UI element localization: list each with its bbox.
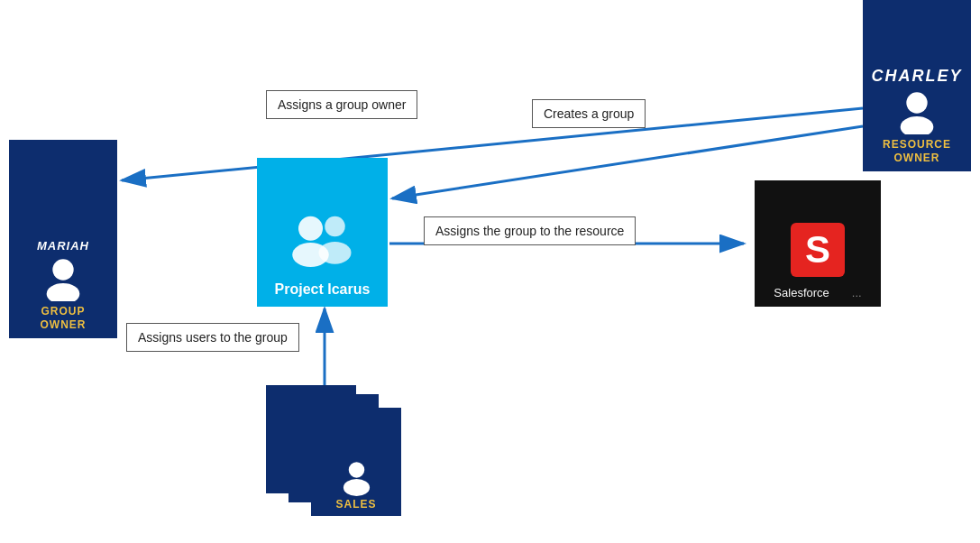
svg-point-11 [47,283,80,301]
svg-point-19 [343,479,369,496]
svg-point-14 [325,216,345,237]
assigns-owner-label: Assigns a group owner [266,90,417,119]
assigns-group-resource-label: Assigns the group to the resource [424,216,636,245]
salesforce-logo: S [791,223,845,277]
svg-point-12 [298,216,323,241]
charley-role: RESOURCE OWNER [883,138,951,164]
mariah-role: GROUP OWNER [41,305,87,331]
sales-person-icon [336,460,377,496]
project-icarus-label: Project Icarus [275,281,371,298]
svg-point-10 [52,260,73,281]
salesforce-card: S Salesforce ... [755,180,881,307]
creates-group-label: Creates a group [532,99,646,128]
mariah-person-icon [41,256,86,301]
project-icarus-card: Project Icarus [257,158,388,307]
svg-line-5 [122,108,863,180]
svg-point-8 [906,93,927,114]
charley-name: CHARLEY [866,63,967,89]
salesforce-label: Salesforce [774,286,829,299]
mariah-name: MARIAH [32,235,95,256]
assigns-users-label: Assigns users to the group [126,323,299,352]
charley-person-icon [894,89,939,134]
sales-label: SALES [335,498,376,511]
svg-text:S: S [805,228,830,271]
svg-point-9 [901,116,934,134]
charley-card: CHARLEY RESOURCE OWNER [863,0,971,171]
svg-point-18 [348,462,363,477]
salesforce-dots: ... [852,286,862,299]
mariah-card: MARIAH GROUP OWNER [9,140,117,338]
group-icon [282,211,363,274]
svg-point-15 [318,242,351,264]
sales-card: SALES [311,408,401,516]
